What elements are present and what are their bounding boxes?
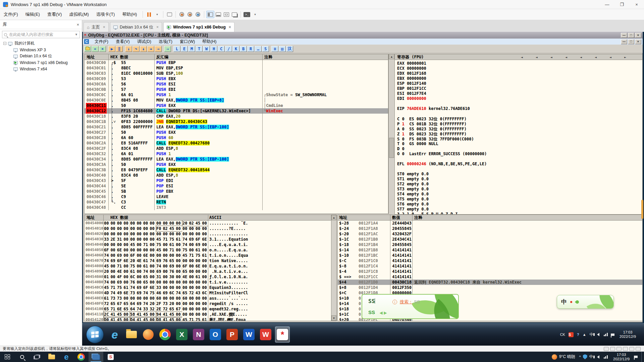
host-start-button[interactable] <box>0 352 15 362</box>
library-close-icon[interactable]: × <box>76 22 79 27</box>
dump-row[interactable]: 004540506F006E00000000004500710075006100… <box>85 247 336 253</box>
explorer-taskbar-button[interactable] <box>124 326 139 343</box>
dump-row[interactable]: 004540A001004F006C006500310030004E006100… <box>85 274 336 280</box>
register-line[interactable]: ECX 00000000 <box>397 66 426 71</box>
ime-search-hint[interactable]: i 搜索： SS <box>392 299 420 305</box>
disasm-row[interactable]: 00430C03.81EC 00010000SUB ESP,100 <box>85 71 388 76</box>
options-button[interactable]: ≡ <box>271 46 278 52</box>
disasm-row[interactable]: 00430C27.50PUSH EAX <box>85 130 388 135</box>
disasm-row[interactable]: 00430C47└.C3RETN <box>85 199 388 205</box>
register-line[interactable]: ST6 empty 0.0 <box>397 202 429 206</box>
disasm-row[interactable]: 00430C34.8D85 00FFFFFFLEA EAX,DWORD PTR … <box>85 157 388 162</box>
dump-row[interactable]: 0045402000000000000000000000000000000000… <box>85 231 336 237</box>
ollydbg-menu-item[interactable]: 调试(D) <box>133 39 155 45</box>
word-taskbar-button[interactable]: W <box>241 326 256 343</box>
ollydbg-menu-item[interactable]: 选项(T) <box>155 39 176 45</box>
candidate-page-arrows[interactable]: ◀▶ <box>380 311 388 315</box>
register-line[interactable]: 3 2 1 0 E S P U O Z D I <box>397 212 458 215</box>
disasm-row[interactable]: 00430C18.83F8 20CMP EAX,20 <box>85 114 388 119</box>
panel-letter-button-W[interactable]: W <box>203 46 210 52</box>
maximize-button[interactable]: ❐ <box>614 0 629 9</box>
stack-row[interactable]: $-280012F1A42E444D43 <box>338 221 642 226</box>
sidebar-item-vm[interactable]: Windows XP 3 <box>0 47 82 53</box>
host-show-desktop-button[interactable] <box>641 352 644 362</box>
vmware-menu-item[interactable]: 查看(V) <box>44 9 65 19</box>
panel-letter-button-H[interactable]: H <box>210 46 217 52</box>
dump-row[interactable]: 004540F072656765646974202F73200000000000… <box>85 301 336 306</box>
send-ctrl-alt-del-button[interactable] <box>165 11 173 18</box>
scroll-up-icon[interactable]: ▲ <box>389 54 394 59</box>
console-view-button[interactable]: >_ <box>243 11 251 18</box>
disasm-row[interactable]: 00430C48CCINT3 <box>85 205 388 210</box>
go-to-button[interactable]: ⇒ <box>164 46 171 52</box>
disasm-row[interactable]: 00430C0A.56PUSH ESI <box>85 81 388 87</box>
onenote-taskbar-button[interactable]: N <box>191 326 206 343</box>
dump-row[interactable]: 004540D04D74496E7369747546696C746572436C… <box>85 290 336 296</box>
host-ime-indicator[interactable]: 中 <box>589 354 593 360</box>
host-network-icon[interactable] <box>604 355 608 359</box>
register-line[interactable]: T 0 GS 0000 NULL <box>397 141 438 146</box>
tree-expander-icon[interactable]: − <box>3 42 6 45</box>
vmware-taskbar-button[interactable] <box>89 352 103 362</box>
panel-letter-button-M[interactable]: M <box>188 46 195 52</box>
powerpoint-taskbar-button[interactable]: P <box>225 326 239 343</box>
stack-row[interactable]: $ ==>0012F1CC41414141 <box>338 274 642 280</box>
chrome-button[interactable] <box>74 352 89 362</box>
volume-icon[interactable] <box>597 333 600 336</box>
register-line[interactable]: ESI 0012F7E4 <box>397 91 426 96</box>
register-line[interactable]: EBX 00000000 <box>397 76 426 81</box>
stack-row[interactable]: $+80012F1D40012F350 <box>338 285 642 290</box>
ime-skin-icon[interactable] <box>575 299 580 304</box>
toolbar-overflow-icon[interactable]: ▾ <box>251 11 259 18</box>
host-clock[interactable]: 17:032022/12/9 <box>613 353 630 361</box>
fullscreen-button[interactable] <box>222 11 230 18</box>
panel-letter-button-R[interactable]: R <box>247 46 254 52</box>
execute-till-return-button[interactable]: → <box>155 46 162 52</box>
guest-start-button[interactable] <box>86 326 104 343</box>
hidden-icons-chevron[interactable]: ▲ <box>583 333 586 337</box>
register-line[interactable]: ESP 0012F140 <box>397 81 426 86</box>
restart-button[interactable]: « <box>92 46 99 52</box>
animate-into-button[interactable]: ↡ <box>140 46 147 52</box>
stack-row[interactable]: $-140012F1B841414141 <box>338 247 642 253</box>
network-device-icon[interactable] <box>616 347 622 351</box>
tab-close-icon[interactable]: × <box>156 25 159 29</box>
dump-row[interactable]: 004540E061737300000000006000000060000000… <box>85 296 336 301</box>
register-line[interactable]: ST1 empty 0.0 <box>397 177 429 181</box>
minimize-button[interactable]: — <box>600 0 614 9</box>
ollydbg-taskbar-button[interactable]: * <box>275 326 290 343</box>
host-volume-icon[interactable] <box>597 355 600 359</box>
ollydbg-maximize-button[interactable]: □ <box>628 33 634 38</box>
ime-status-bar[interactable]: 中 <box>557 295 614 309</box>
usb-device-icon[interactable] <box>623 347 628 351</box>
pause-button[interactable]: ‖ <box>116 46 123 52</box>
unity-mode-button[interactable] <box>230 11 238 18</box>
register-line[interactable]: EFL 00000246 (NO,NB,E,BE,NS,PE,GE,LE) <box>397 162 487 166</box>
library-search-input[interactable]: 在此处键入内容进行搜索 ▼ <box>2 31 80 38</box>
dump-row[interactable]: 0045410065716E65647433322E72656700000000… <box>85 306 336 312</box>
register-line[interactable]: ST3 empty 0.0 <box>397 187 429 191</box>
stack-row[interactable]: $-200012F1AC4320432F <box>338 231 642 237</box>
power-dropdown-icon[interactable]: ▾ <box>153 11 161 18</box>
stack-row[interactable]: $-C0012F1C041414141 <box>338 258 642 263</box>
search-filter-dropdown-icon[interactable]: ▼ <box>75 33 78 36</box>
stack-row[interactable]: $-80012F1C441414141 <box>338 263 642 269</box>
ollydbg-menu-item[interactable]: 查看(V) <box>112 39 133 45</box>
guest-clock[interactable]: 17:032022/12/9 <box>620 330 636 339</box>
register-line[interactable]: D 0 <box>397 146 405 151</box>
ime-mode-indicator[interactable]: 中 <box>561 298 567 306</box>
disasm-row[interactable]: 00430C01.8BECMOV EBP,ESP <box>85 65 388 71</box>
vm-tab[interactable]: Windows 7 sp1 x86 Debug× <box>163 22 234 32</box>
action-center-flag-icon[interactable] <box>611 334 614 336</box>
sidebar-item-vm[interactable]: Windows 7 x64 <box>0 66 82 72</box>
panel-letter-button-…[interactable]: … <box>255 46 262 52</box>
dump-row[interactable]: 0045404000000000450071007500610074006900… <box>85 242 336 247</box>
disasm-row[interactable]: 00430C46.C9LEAVE <box>85 194 388 199</box>
stack-row[interactable]: $-100012F1BC41414141 <box>338 253 642 258</box>
run-button[interactable]: ▶ <box>108 46 115 52</box>
sound-device-icon[interactable] <box>629 347 634 351</box>
register-line[interactable]: ST4 empty 0.0 <box>397 192 429 196</box>
pause-vm-button[interactable] <box>145 11 153 18</box>
register-line[interactable]: EIP 76ADE610 kernel32.76ADE610 <box>397 106 470 111</box>
security-app-tray-icon[interactable] <box>552 354 557 360</box>
